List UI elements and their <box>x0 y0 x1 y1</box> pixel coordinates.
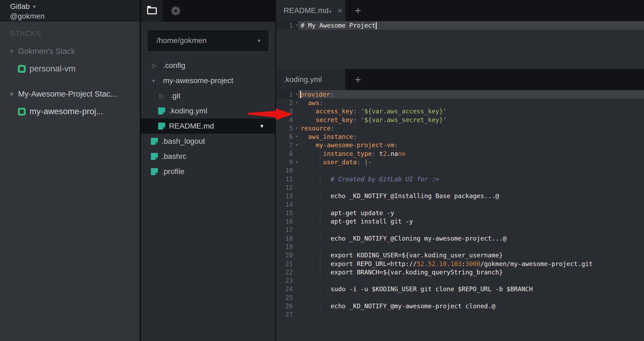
chevron-down-icon[interactable]: ▾ <box>260 123 263 130</box>
gutter-line-number[interactable]: 2▾ <box>276 99 298 107</box>
gutter-line-number[interactable]: 25 <box>276 293 298 302</box>
code-line-24[interactable]: 24 sudo -i -u $KODING_USER git clone $RE… <box>276 285 644 293</box>
chevron-down-icon[interactable]: ▾ <box>329 9 331 15</box>
gutter-line-number[interactable]: 20 <box>276 251 298 260</box>
code-line-3[interactable]: 3 access_key: '${var.aws_access_key}' <box>276 107 644 116</box>
code-line-17[interactable]: 17 <box>276 226 644 234</box>
code-line-content: echo _KD_NOTIFY_@Installing Base package… <box>298 192 644 200</box>
stack-item[interactable]: Gokmen's Stack <box>10 47 140 56</box>
code-line-25[interactable]: 25 <box>276 293 644 302</box>
fold-caret-icon[interactable]: ▾ <box>296 23 298 28</box>
tab-settings[interactable] <box>167 0 184 22</box>
code-line-13[interactable]: 13 echo _KD_NOTIFY_@Installing Base pack… <box>276 192 644 200</box>
readme-editor[interactable]: 1▾# My Awesome Project <box>276 21 644 69</box>
tree-item-my-awesome-project[interactable]: ▾my-awesome-project <box>141 73 275 88</box>
code-line-content: instance_type: t2.nano <box>298 149 644 158</box>
code-line-content <box>298 226 644 234</box>
code-line-8[interactable]: 8 instance_type: t2.nano <box>276 149 644 158</box>
tab-files[interactable] <box>141 0 163 22</box>
new-tab-button[interactable]: + <box>349 69 367 90</box>
code-line-12[interactable]: 12 <box>276 183 644 192</box>
gutter-line-number[interactable]: 3 <box>276 107 298 116</box>
code-line-18[interactable]: 18 echo _KD_NOTIFY_@Cloning my-awesome-p… <box>276 234 644 242</box>
tree-item-bashrc[interactable]: .bashrc <box>141 149 275 164</box>
code-line-2[interactable]: 2▾ aws: <box>276 99 644 107</box>
code-line-9[interactable]: 9▾ user_data: |- <box>276 158 644 166</box>
fold-caret-icon[interactable]: ▾ <box>296 159 298 164</box>
code-line-content: export BRANCH=${var.koding_queryString_b… <box>298 268 644 276</box>
tree-item-label: .git <box>170 91 180 100</box>
code-line-15[interactable]: 15 apt-get update -y <box>276 209 644 217</box>
new-tab-button[interactable]: + <box>349 0 367 21</box>
fold-caret-icon[interactable]: ▾ <box>296 92 298 97</box>
gutter-line-number[interactable]: 10 <box>276 166 298 175</box>
code-line-4[interactable]: 4 secret_key: '${var.aws_secret_key}' <box>276 116 644 124</box>
gutter-line-number[interactable]: 5▾ <box>276 124 298 132</box>
gutter-line-number[interactable]: 17 <box>276 226 298 234</box>
tab-readme[interactable]: README.md ▾ × <box>276 0 346 21</box>
chevron-down-icon[interactable]: ▾ <box>152 78 159 84</box>
tree-item-bash-logout[interactable]: .bash_logout <box>141 134 275 149</box>
tree-item-koding-yml[interactable]: .koding.yml <box>141 103 275 119</box>
code-line-6[interactable]: 6▾ aws_instance: <box>276 132 644 141</box>
gutter-line-number[interactable]: 19 <box>276 242 298 251</box>
code-line-21[interactable]: 21 export REPO_URL=http://52.52.10.103:3… <box>276 260 644 268</box>
gutter-line-number[interactable]: 22 <box>276 268 298 276</box>
code-line-5[interactable]: 5▾resource: <box>276 124 644 132</box>
gutter-line-number[interactable]: 14 <box>276 200 298 209</box>
code-line-14[interactable]: 14 <box>276 200 644 209</box>
code-line-11[interactable]: 11 # Created by GitLab UI for :> <box>276 175 644 183</box>
tree-item-git[interactable]: ▷.git <box>141 88 275 103</box>
tree-item-config[interactable]: ▷.config <box>141 58 275 73</box>
gutter-line-number[interactable]: 4 <box>276 116 298 124</box>
gutter-line-number[interactable]: 24 <box>276 285 298 293</box>
gutter-line-number[interactable]: 9▾ <box>276 158 298 166</box>
stack-item[interactable]: My-Awesome-Project Stac... <box>10 89 140 99</box>
gutter-line-number[interactable]: 15 <box>276 209 298 217</box>
close-icon[interactable]: × <box>337 6 343 15</box>
code-line-7[interactable]: 7▾ my-awesome-project-vm: <box>276 141 644 149</box>
code-line-10[interactable]: 10 <box>276 166 644 175</box>
code-line-27[interactable]: 27 <box>276 310 644 319</box>
gutter-line-number[interactable]: 13 <box>276 192 298 200</box>
gutter-line-number[interactable]: 11 <box>276 175 298 183</box>
code-line-26[interactable]: 26 echo _KD_NOTIFY_@my-awesome-project c… <box>276 302 644 310</box>
code-line-20[interactable]: 20 export KODING_USER=${var.koding_user_… <box>276 251 644 260</box>
chevron-right-icon[interactable]: ▷ <box>152 62 159 69</box>
code-line-1[interactable]: 1▾# My Awesome Project <box>276 21 644 30</box>
gutter-line-number[interactable]: 12 <box>276 183 298 192</box>
chevron-right-icon[interactable]: ▷ <box>160 93 167 99</box>
fold-caret-icon[interactable]: ▾ <box>296 126 298 130</box>
code-line-content: user_data: |- <box>298 158 644 166</box>
tree-item-README-md[interactable]: README.md▾ <box>141 119 275 134</box>
vm-item[interactable]: personal-vm <box>18 63 140 74</box>
koding-editor[interactable]: 1▾provider:2▾ aws:3 access_key: '${var.a… <box>276 90 644 341</box>
tab-koding-yml[interactable]: .koding.yml <box>276 69 346 90</box>
tree-item-profile[interactable]: .profile <box>141 164 275 179</box>
path-selector[interactable]: /home/gokmen ▾ <box>148 30 268 51</box>
gutter-line-number[interactable]: 1▾ <box>276 21 298 30</box>
fold-caret-icon[interactable]: ▾ <box>296 143 298 147</box>
gutter-line-number[interactable]: 16 <box>276 217 298 225</box>
gutter-line-number[interactable]: 21 <box>276 260 298 268</box>
code-line-22[interactable]: 22 export BRANCH=${var.koding_queryStrin… <box>276 268 644 276</box>
vm-item[interactable]: my-awesome-proj... <box>18 106 140 117</box>
code-line-16[interactable]: 16 apt-get install git -y <box>276 217 644 225</box>
gutter-line-number[interactable]: 26 <box>276 302 298 310</box>
gutter-line-number[interactable]: 18 <box>276 234 298 242</box>
code-line-19[interactable]: 19 <box>276 242 644 251</box>
gutter-line-number[interactable]: 1▾ <box>276 90 298 99</box>
fold-caret-icon[interactable]: ▾ <box>296 100 298 105</box>
gutter-line-number[interactable]: 6▾ <box>276 132 298 141</box>
gutter-line-number[interactable]: 27 <box>276 310 298 319</box>
code-line-23[interactable]: 23 <box>276 277 644 285</box>
gutter-line-number[interactable]: 7▾ <box>276 141 298 149</box>
chevron-down-icon: ▾ <box>33 4 36 9</box>
fold-caret-icon[interactable]: ▾ <box>296 134 298 139</box>
gutter-line-number[interactable]: 23 <box>276 277 298 285</box>
provider-name: Gitlab <box>10 2 30 11</box>
gutter-line-number[interactable]: 8 <box>276 149 298 158</box>
code-line-1[interactable]: 1▾provider: <box>276 90 644 99</box>
account-switcher[interactable]: Gitlab▾ @gokmen <box>0 0 140 22</box>
code-line-content: # Created by GitLab UI for :> <box>298 175 644 183</box>
